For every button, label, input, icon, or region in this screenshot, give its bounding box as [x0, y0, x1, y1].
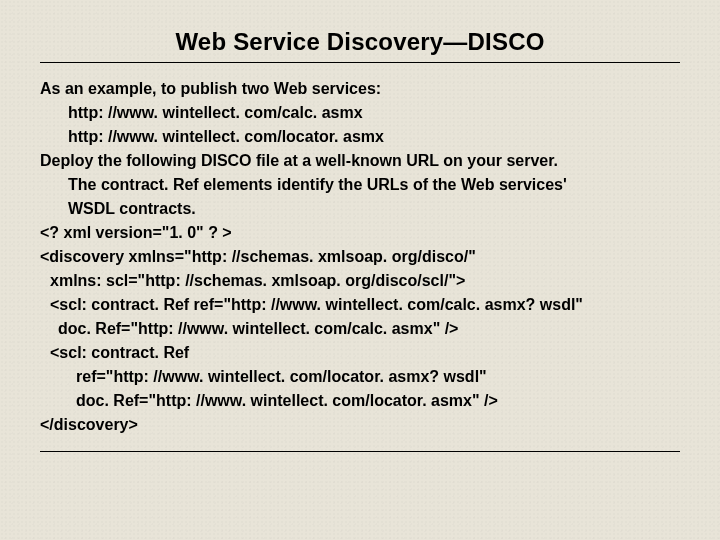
body-line: xmlns: scl="http: //schemas. xmlsoap. or… [40, 269, 680, 293]
body-line: ref="http: //www. wintellect. com/locato… [40, 365, 680, 389]
body-line: </discovery> [40, 413, 680, 437]
divider-bottom [40, 451, 680, 452]
slide: Web Service Discovery—DISCO As an exampl… [0, 0, 720, 540]
body-line: http: //www. wintellect. com/locator. as… [40, 125, 680, 149]
body-line: doc. Ref="http: //www. wintellect. com/l… [40, 389, 680, 413]
slide-title: Web Service Discovery—DISCO [40, 28, 680, 56]
body-line: doc. Ref="http: //www. wintellect. com/c… [40, 317, 680, 341]
body-line: WSDL contracts. [40, 197, 680, 221]
divider-top [40, 62, 680, 63]
body-line: <scl: contract. Ref [40, 341, 680, 365]
body-line: The contract. Ref elements identify the … [40, 173, 680, 197]
body-line: <scl: contract. Ref ref="http: //www. wi… [40, 293, 680, 317]
slide-body: As an example, to publish two Web servic… [40, 77, 680, 437]
body-line: <? xml version="1. 0" ? > [40, 221, 680, 245]
body-line: http: //www. wintellect. com/calc. asmx [40, 101, 680, 125]
body-line: Deploy the following DISCO file at a wel… [40, 149, 680, 173]
body-line: <discovery xmlns="http: //schemas. xmlso… [40, 245, 680, 269]
body-line: As an example, to publish two Web servic… [40, 77, 680, 101]
